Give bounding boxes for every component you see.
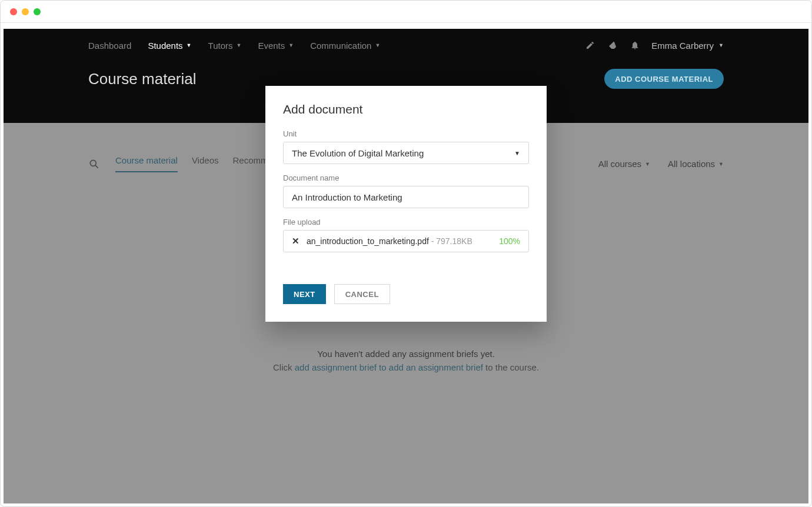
user-name: Emma Carberry	[651, 41, 714, 51]
zoom-window-dot[interactable]	[34, 8, 41, 15]
content-area: Course material Videos Recommended readi…	[4, 123, 808, 503]
add-document-modal: Add document Unit The Evolution of Digit…	[265, 86, 547, 322]
remove-file-icon[interactable]: ✕	[292, 236, 299, 246]
nav-dashboard[interactable]: Dashboard	[88, 41, 131, 51]
mac-titlebar	[1, 1, 811, 23]
modal-actions: NEXT CANCEL	[283, 284, 529, 304]
cancel-button[interactable]: CANCEL	[334, 284, 390, 304]
chevron-down-icon: ▼	[718, 42, 724, 48]
chevron-down-icon: ▼	[236, 42, 241, 48]
pencil-icon[interactable]	[584, 39, 596, 51]
file-upload-label: File upload	[283, 218, 529, 226]
unit-field-label: Unit	[283, 129, 529, 138]
nav-left: Dashboard Students ▼ Tutors ▼ Events ▼	[88, 41, 380, 51]
chevron-down-icon: ▼	[375, 42, 380, 48]
page-title: Course material	[88, 70, 197, 88]
unit-select-value: The Evolution of Digital Marketing	[292, 148, 424, 158]
modal-title: Add document	[283, 102, 529, 116]
nav-students-label: Students	[148, 41, 182, 51]
file-upload-row: ✕ an_introduction_to_marketing.pdf - 797…	[283, 230, 529, 252]
uploaded-file-name: an_introduction_to_marketing.pdf	[307, 236, 429, 246]
close-window-dot[interactable]	[10, 8, 17, 15]
nav-communication-label: Communication	[310, 41, 371, 51]
nav-events-label: Events	[258, 41, 285, 51]
nav-communication[interactable]: Communication ▼	[310, 41, 380, 51]
eraser-icon[interactable]	[607, 39, 618, 51]
app-shell: Dashboard Students ▼ Tutors ▼ Events ▼	[4, 29, 808, 503]
nav-dashboard-label: Dashboard	[88, 41, 131, 51]
window-frame: Dashboard Students ▼ Tutors ▼ Events ▼	[0, 0, 812, 507]
minimize-window-dot[interactable]	[22, 8, 29, 15]
nav-tutors[interactable]: Tutors ▼	[208, 41, 242, 51]
document-name-input[interactable]	[283, 186, 529, 208]
nav-right: Emma Carberry ▼	[584, 39, 724, 51]
document-name-label: Document name	[283, 174, 529, 182]
chevron-down-icon: ▼	[514, 150, 520, 156]
user-menu[interactable]: Emma Carberry ▼	[651, 41, 724, 51]
nav-tutors-label: Tutors	[208, 41, 233, 51]
upload-percent: 100%	[499, 236, 520, 246]
nav-events[interactable]: Events ▼	[258, 41, 294, 51]
uploaded-file-size: 797.18KB	[436, 236, 472, 246]
chevron-down-icon: ▼	[288, 42, 294, 48]
nav-students[interactable]: Students ▼	[148, 41, 191, 51]
next-button[interactable]: NEXT	[283, 284, 326, 304]
top-nav-inner: Dashboard Students ▼ Tutors ▼ Events ▼	[88, 39, 724, 51]
top-nav: Dashboard Students ▼ Tutors ▼ Events ▼	[4, 29, 808, 62]
unit-select[interactable]: The Evolution of Digital Marketing ▼	[283, 142, 529, 164]
add-course-material-button[interactable]: ADD COURSE MATERIAL	[604, 69, 724, 89]
bell-icon[interactable]	[629, 39, 641, 51]
chevron-down-icon: ▼	[187, 42, 192, 48]
uploaded-file-size-prefix: -	[429, 236, 436, 246]
